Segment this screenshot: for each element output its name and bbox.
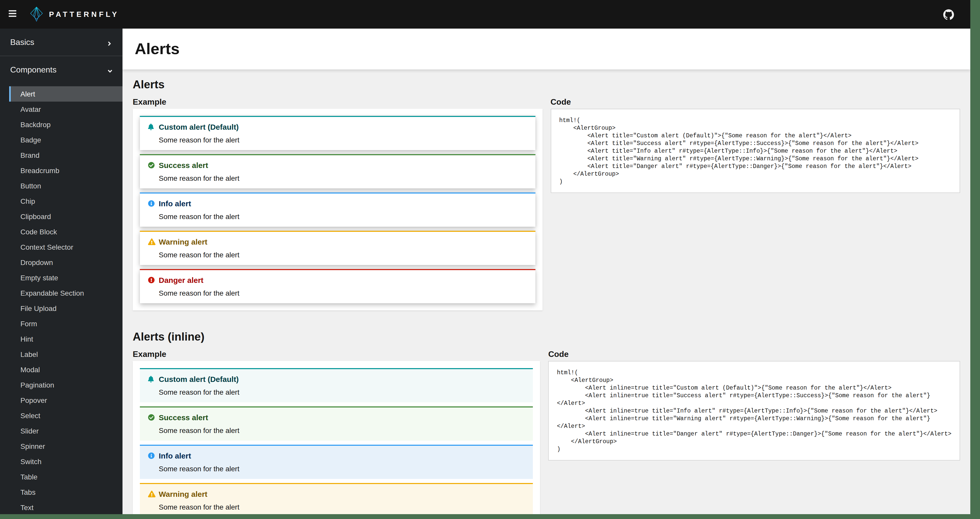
info-circle-icon: [148, 451, 159, 461]
sidebar-item-empty-state[interactable]: Empty state: [9, 270, 123, 285]
sidebar-item-popover[interactable]: Popover: [9, 393, 123, 408]
main: Alerts Alerts Example Custom alert (Defa…: [123, 29, 970, 514]
alert-title: Info alert: [159, 451, 525, 461]
info-circle-icon: [148, 199, 159, 209]
sidebar-item-select[interactable]: Select: [9, 408, 123, 423]
alert-info: Info alert Some reason for the alert: [140, 445, 533, 479]
alert-description: Some reason for the alert: [159, 463, 525, 474]
alert-title: Info alert: [159, 199, 527, 209]
page-header: Alerts: [123, 29, 970, 69]
sidebar-item-code-block[interactable]: Code Block: [9, 224, 123, 239]
alert-title: Custom alert (Default): [159, 374, 525, 384]
sidebar-item-clipboard[interactable]: Clipboard: [9, 209, 123, 224]
section-alerts-inline: Alerts (inline) Example Custom alert (De…: [133, 330, 960, 514]
sidebar-group-components[interactable]: Components: [0, 56, 123, 83]
alert-title: Warning alert: [159, 489, 525, 499]
sidebar-item-slider[interactable]: Slider: [9, 423, 123, 439]
angle-right-icon: [107, 39, 112, 45]
example-column: Example Custom alert (Default) Some reas…: [133, 349, 540, 514]
patternfly-logo-icon: [30, 6, 43, 22]
sidebar-item-badge[interactable]: Badge: [9, 132, 123, 148]
alert-title: Success alert: [159, 160, 527, 170]
alert-description: Some reason for the alert: [159, 173, 527, 183]
alert-title: Danger alert: [159, 275, 527, 285]
sidebar-item-expandable-section[interactable]: Expandable Section: [9, 285, 123, 301]
sidebar-item-form[interactable]: Form: [9, 316, 123, 331]
alert-description: Some reason for the alert: [159, 387, 525, 397]
code-label: Code: [550, 97, 960, 107]
alert-info: Info alert Some reason for the alert: [140, 193, 535, 227]
alert-success: Success alert Some reason for the alert: [140, 406, 533, 441]
sidebar-item-dropdown[interactable]: Dropdown: [9, 255, 123, 270]
alert-danger: Danger alert Some reason for the alert: [140, 269, 535, 303]
alert-custom: Custom alert (Default) Some reason for t…: [140, 116, 535, 150]
example-panel: Custom alert (Default) Some reason for t…: [133, 109, 542, 310]
sidebar: Basics Components AlertAvatarBackdropBad…: [0, 29, 123, 514]
exclamation-triangle-icon: [148, 237, 159, 247]
app-viewport: PATTERNFLY Basics Components AlertAvatar…: [0, 0, 970, 514]
sidebar-item-table[interactable]: Table: [9, 469, 123, 484]
bell-icon: [148, 374, 159, 384]
body-row: Basics Components AlertAvatarBackdropBad…: [0, 29, 970, 514]
code-panel: html!( <AlertGroup> <Alert inline=true t…: [548, 361, 960, 460]
check-circle-icon: [148, 160, 159, 170]
code-panel: html!( <AlertGroup> <Alert title="Custom…: [550, 109, 960, 193]
sidebar-item-breadcrumb[interactable]: Breadcrumb: [9, 163, 123, 178]
sidebar-item-hint[interactable]: Hint: [9, 331, 123, 347]
alert-description: Some reason for the alert: [159, 250, 527, 260]
sidebar-group-basics[interactable]: Basics: [0, 29, 123, 56]
alert-description: Some reason for the alert: [159, 212, 527, 221]
exclamation-triangle-icon: [148, 489, 159, 499]
sidebar-item-label[interactable]: Label: [9, 347, 123, 362]
code-label: Code: [548, 349, 960, 360]
alert-title: Custom alert (Default): [159, 122, 527, 132]
exclamation-circle-icon: [148, 275, 159, 285]
section-alerts: Alerts Example Custom alert (Default) So…: [133, 78, 960, 310]
brand-text: PATTERNFLY: [49, 10, 119, 18]
sidebar-item-alert[interactable]: Alert: [9, 86, 123, 102]
code-block: html!( <AlertGroup> <Alert title="Custom…: [559, 116, 951, 185]
sidebar-item-brand[interactable]: Brand: [9, 148, 123, 163]
github-link[interactable]: [943, 9, 954, 20]
sidebar-item-text[interactable]: Text: [9, 500, 123, 514]
sidebar-item-backdrop[interactable]: Backdrop: [9, 117, 123, 132]
sidebar-item-modal[interactable]: Modal: [9, 362, 123, 377]
sidebar-item-list: AlertAvatarBackdropBadgeBrandBreadcrumbB…: [9, 86, 123, 514]
sidebar-item-button[interactable]: Button: [9, 178, 123, 194]
screen: PATTERNFLY Basics Components AlertAvatar…: [0, 0, 980, 519]
alert-success: Success alert Some reason for the alert: [140, 154, 535, 188]
sidebar-item-tabs[interactable]: Tabs: [9, 484, 123, 500]
masthead: PATTERNFLY: [0, 0, 970, 29]
content: Alerts Example Custom alert (Default) So…: [123, 69, 970, 514]
sidebar-item-avatar[interactable]: Avatar: [9, 102, 123, 117]
sidebar-item-file-upload[interactable]: File Upload: [9, 301, 123, 316]
sidebar-item-switch[interactable]: Switch: [9, 454, 123, 469]
code-column: Code html!( <AlertGroup> <Alert title="C…: [550, 97, 960, 193]
nav-toggle-button[interactable]: [8, 8, 21, 21]
alert-description: Some reason for the alert: [159, 288, 527, 298]
bell-icon: [148, 122, 159, 132]
sidebar-item-spinner[interactable]: Spinner: [9, 439, 123, 454]
alert-warning: Warning alert Some reason for the alert: [140, 483, 533, 514]
alert-description: Some reason for the alert: [159, 425, 525, 436]
github-icon: [943, 9, 954, 20]
alert-custom: Custom alert (Default) Some reason for t…: [140, 368, 533, 402]
section-heading: Alerts (inline): [133, 330, 960, 344]
brand[interactable]: PATTERNFLY: [30, 6, 119, 22]
section-heading: Alerts: [133, 78, 960, 92]
example-label: Example: [133, 97, 542, 107]
code-column: Code html!( <AlertGroup> <Alert inline=t…: [548, 349, 960, 460]
alert-title: Success alert: [159, 412, 525, 423]
check-circle-icon: [148, 412, 159, 423]
sidebar-item-pagination[interactable]: Pagination: [9, 377, 123, 393]
sidebar-group-label: Basics: [10, 37, 34, 48]
hamburger-icon: [8, 9, 17, 19]
alert-description: Some reason for the alert: [159, 502, 525, 512]
example-column: Example Custom alert (Default) Some reas…: [133, 97, 542, 310]
example-panel: Custom alert (Default) Some reason for t…: [133, 361, 540, 514]
alert-title: Warning alert: [159, 237, 527, 247]
sidebar-item-context-selector[interactable]: Context Selector: [9, 239, 123, 255]
alert-warning: Warning alert Some reason for the alert: [140, 231, 535, 265]
alert-description: Some reason for the alert: [159, 135, 527, 145]
sidebar-item-chip[interactable]: Chip: [9, 194, 123, 209]
